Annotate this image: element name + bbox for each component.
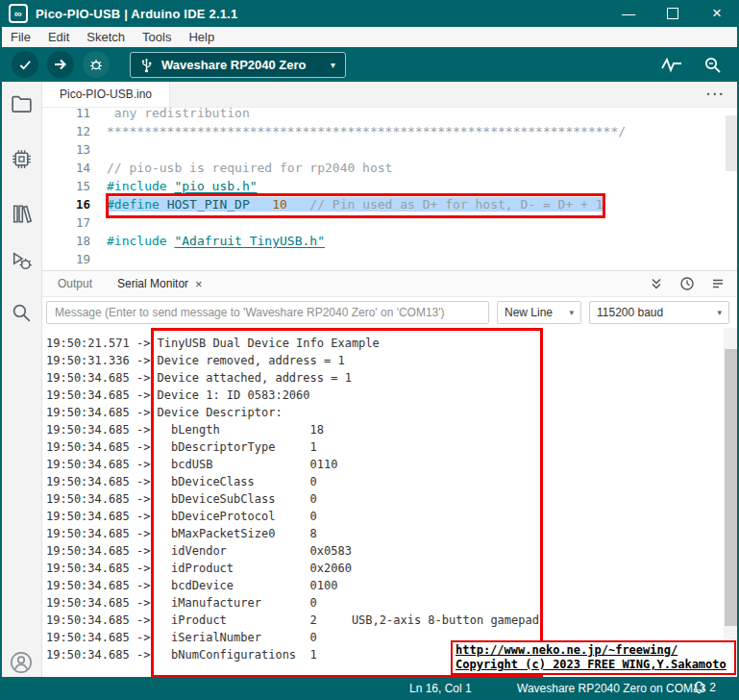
chevron-down-icon: ▾	[323, 60, 335, 70]
debug-sidebar-button[interactable]	[0, 243, 42, 278]
panel-tab-bar: Output Serial Monitor ×	[42, 271, 739, 297]
minimize-icon: —	[622, 6, 635, 21]
arduino-logo-icon: ∞	[9, 4, 28, 23]
serial-monitor-icon[interactable]	[703, 56, 722, 74]
line-number: 17	[42, 213, 107, 232]
clear-output-icon[interactable]	[710, 276, 726, 291]
chip-icon	[10, 147, 34, 171]
serial-message-row: New Line ▾ 115200 baud ▾	[42, 297, 739, 328]
serial-line: 19:50:34.685 -> bDeviceClass 0	[46, 473, 739, 490]
serial-line: 19:50:34.685 -> idVendor 0x0583	[46, 542, 739, 560]
notifications-button[interactable]: 2	[693, 681, 716, 694]
watermark-url: http://www.neko.ne.jp/~freewing/	[456, 643, 731, 658]
code-line[interactable]: 13	[42, 140, 739, 159]
code-line[interactable]: 15 #include "pio_usb.h"	[42, 177, 739, 195]
folder-icon	[10, 92, 34, 116]
serial-line: 19:50:34.685 -> Device attached, address…	[46, 369, 739, 387]
menu-item-tools[interactable]: Tools	[134, 27, 180, 47]
code-line[interactable]: 18 #include "Adafruit_TinyUSB.h"	[42, 232, 739, 250]
close-button[interactable]: ×	[695, 0, 739, 27]
close-serial-monitor-icon[interactable]: ×	[195, 277, 203, 291]
window-title: Pico-PIO-USB | Arduino IDE 2.1.1	[36, 7, 237, 21]
serial-line: 19:50:34.685 -> Device Descriptor:	[46, 404, 739, 421]
menu-item-help[interactable]: Help	[180, 27, 223, 47]
serial-line: 19:50:34.685 -> bcdUSB 0110	[46, 456, 739, 473]
line-number: 12	[42, 122, 107, 140]
serial-line: 19:50:21.571 -> TinyUSB Dual Device Info…	[46, 335, 739, 352]
chevron-down-icon: ▾	[569, 308, 574, 317]
timestamp-toggle-icon[interactable]	[679, 276, 695, 291]
library-manager-button[interactable]	[0, 196, 42, 231]
usb-icon	[140, 57, 153, 73]
window-controls: — ×	[606, 0, 739, 27]
line-number: 11	[42, 108, 107, 122]
code-text: "pio_usb.h"	[174, 179, 257, 193]
code-line[interactable]: 14 // pio-usb is required for rp2040 hos…	[42, 159, 739, 177]
line-number: 14	[42, 159, 107, 177]
code-line[interactable]: 12 *************************************…	[42, 122, 739, 140]
verify-button[interactable]	[12, 51, 38, 78]
serial-monitor-output[interactable]: 19:50:21.571 -> TinyUSB Dual Device Info…	[42, 328, 739, 677]
code-text: 10	[272, 197, 309, 212]
maximize-button[interactable]	[651, 0, 695, 27]
sketchbook-button[interactable]	[0, 87, 42, 121]
watermark-credit: http://www.neko.ne.jp/~freewing/ Copyrig…	[451, 640, 736, 675]
serial-scrollbar-thumb[interactable]	[725, 349, 737, 626]
arduino-ide-window: ∞ Pico-PIO-USB | Arduino IDE 2.1.1 — × F…	[0, 0, 739, 700]
right-arrow-icon	[53, 57, 68, 72]
serial-line: 19:50:34.685 -> bcdDevice 0100	[46, 577, 739, 594]
line-number: 13	[42, 140, 107, 159]
line-ending-select[interactable]: New Line ▾	[497, 301, 581, 324]
serial-line: 19:50:34.685 -> idProduct 0x2060	[46, 560, 739, 577]
collapse-panel-icon[interactable]	[649, 276, 664, 291]
serial-line: 19:50:34.685 -> iManufacturer 0	[46, 594, 739, 612]
code-editor[interactable]: 11 any redistribution 12 ***************…	[42, 108, 739, 270]
activity-sidebar	[0, 82, 42, 677]
serial-line: 19:50:34.685 -> bLength 18	[46, 421, 739, 438]
cursor-position[interactable]: Ln 16, Col 1	[409, 682, 472, 695]
code-text: // Pin used as D+ for host, D- = D+ + 1	[309, 197, 603, 212]
infinity-glyph: ∞	[14, 9, 22, 19]
person-icon	[9, 650, 34, 675]
bell-icon	[693, 681, 705, 694]
serial-scrollbar-track[interactable]	[724, 328, 738, 677]
tab-serial-monitor[interactable]: Serial Monitor ×	[117, 277, 203, 291]
serial-plotter-icon[interactable]	[661, 56, 682, 73]
editor-lines: 11 any redistribution 12 ***************…	[42, 108, 739, 268]
serial-line: 19:50:34.685 -> bDeviceProtocol 0	[46, 508, 739, 525]
baud-rate-select[interactable]: 115200 baud ▾	[589, 301, 729, 324]
menu-item-file[interactable]: File	[2, 27, 39, 47]
title-bar: ∞ Pico-PIO-USB | Arduino IDE 2.1.1 — ×	[0, 0, 739, 27]
menu-bar: File Edit Sketch Tools Help	[0, 27, 739, 47]
panel-header-icons	[649, 276, 739, 291]
menu-item-edit[interactable]: Edit	[39, 27, 78, 47]
upload-button[interactable]	[47, 51, 74, 78]
search-button[interactable]	[0, 295, 42, 330]
tab-pico-pio-usb-ino[interactable]: Pico-PIO-USB.ino	[42, 82, 170, 107]
board-selector[interactable]: Waveshare RP2040 Zero ▾	[130, 52, 346, 78]
code-line-current[interactable]: 16 #define HOST_PIN_DP 10 // Pin used as…	[42, 195, 739, 213]
code-line[interactable]: 19	[42, 250, 739, 268]
tab-output[interactable]: Output	[58, 277, 92, 290]
serial-line: 19:50:31.336 -> Device removed, address …	[46, 352, 739, 369]
line-number: 19	[42, 250, 107, 268]
code-text: any redistribution	[107, 108, 250, 120]
debug-button[interactable]	[83, 51, 110, 78]
code-text: #include	[107, 179, 174, 193]
status-board-port[interactable]: Waveshare RP2040 Zero on COM13	[517, 682, 705, 695]
serial-monitor-tab-label: Serial Monitor	[117, 277, 188, 290]
boards-manager-button[interactable]	[0, 141, 42, 176]
minimize-button[interactable]: —	[606, 0, 651, 27]
serial-line: 19:50:34.685 -> iProduct 2 USB,2-axis 8-…	[46, 612, 739, 629]
line-ending-value: New Line	[505, 306, 553, 319]
editor-scrollbar[interactable]	[726, 115, 737, 171]
code-text: "Adafruit_TinyUSB.h"	[174, 234, 325, 248]
account-button[interactable]	[0, 645, 42, 680]
code-text: #define	[107, 197, 167, 212]
editor-more-actions[interactable]: ···	[693, 82, 739, 107]
menu-item-sketch[interactable]: Sketch	[78, 27, 134, 47]
code-text: // pio-usb is required for rp2040 host	[107, 161, 392, 175]
code-line[interactable]: 17	[42, 213, 739, 232]
serial-message-input[interactable]	[46, 301, 489, 324]
code-line[interactable]: 11 any redistribution	[42, 108, 739, 122]
